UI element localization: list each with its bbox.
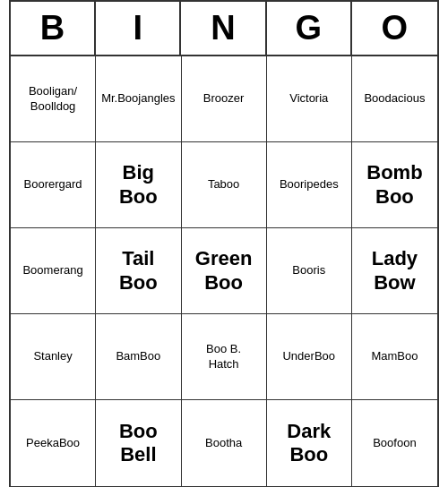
bingo-cell: Stanley bbox=[11, 314, 96, 400]
bingo-cell: PeekaBoo bbox=[11, 400, 96, 486]
cell-label: Boodacious bbox=[364, 91, 425, 107]
bingo-cell: TailBoo bbox=[96, 228, 181, 314]
bingo-cell: Victoria bbox=[267, 56, 352, 142]
cell-label: BigBoo bbox=[119, 161, 158, 209]
cell-label: Booripedes bbox=[280, 177, 339, 192]
cell-label: BooBell bbox=[119, 420, 158, 467]
bingo-cell: DarkBoo bbox=[267, 400, 352, 486]
bingo-cell: Booligan/Boolldog bbox=[11, 56, 96, 142]
bingo-card: BINGO Booligan/BoolldogMr.BoojanglesBroo… bbox=[9, 0, 439, 487]
cell-label: Boofoon bbox=[373, 436, 416, 451]
cell-label: Stanley bbox=[33, 349, 72, 364]
cell-label: BombBoo bbox=[366, 161, 422, 209]
bingo-cell: Boofoon bbox=[352, 400, 437, 486]
cell-label: PeekaBoo bbox=[26, 436, 80, 451]
cell-label: DarkBoo bbox=[287, 420, 331, 467]
bingo-grid: Booligan/BoolldogMr.BoojanglesBroozerVic… bbox=[11, 56, 437, 486]
bingo-cell: Boodacious bbox=[352, 56, 437, 142]
bingo-cell: Boo B.Hatch bbox=[182, 314, 267, 400]
cell-label: LadyBow bbox=[372, 247, 418, 295]
bingo-cell: GreenBoo bbox=[182, 228, 267, 314]
header-letter: I bbox=[96, 2, 181, 55]
bingo-cell: BigBoo bbox=[96, 142, 181, 228]
header-letter: G bbox=[267, 2, 352, 55]
cell-label: TailBoo bbox=[119, 247, 158, 295]
cell-label: UnderBoo bbox=[282, 349, 335, 364]
bingo-cell: BamBoo bbox=[96, 314, 181, 400]
bingo-cell: Broozer bbox=[182, 56, 267, 142]
cell-label: Victoria bbox=[289, 91, 328, 107]
cell-label: Boomerang bbox=[22, 263, 82, 278]
bingo-cell: Boorergard bbox=[11, 142, 96, 228]
bingo-cell: MamBoo bbox=[352, 314, 437, 400]
bingo-cell: LadyBow bbox=[352, 228, 437, 314]
bingo-cell: Booripedes bbox=[267, 142, 352, 228]
cell-label: Booris bbox=[292, 263, 325, 278]
bingo-cell: Booris bbox=[267, 228, 352, 314]
bingo-cell: Taboo bbox=[182, 142, 267, 228]
bingo-header: BINGO bbox=[11, 2, 437, 56]
bingo-cell: BombBoo bbox=[352, 142, 437, 228]
cell-label: Bootha bbox=[205, 436, 242, 451]
cell-label: MamBoo bbox=[371, 349, 418, 364]
cell-label: Mr.Boojangles bbox=[101, 91, 175, 107]
cell-label: BamBoo bbox=[116, 349, 160, 364]
cell-label: Broozer bbox=[203, 91, 245, 107]
cell-label: Boorergard bbox=[24, 177, 82, 192]
cell-label: GreenBoo bbox=[195, 247, 253, 295]
header-letter: N bbox=[181, 2, 266, 55]
bingo-cell: UnderBoo bbox=[267, 314, 352, 400]
bingo-cell: BooBell bbox=[96, 400, 181, 486]
header-letter: B bbox=[11, 2, 96, 55]
cell-label: Booligan/Boolldog bbox=[29, 84, 77, 115]
bingo-cell: Boomerang bbox=[11, 228, 96, 314]
cell-label: Boo B.Hatch bbox=[206, 342, 241, 372]
bingo-cell: Mr.Boojangles bbox=[96, 56, 181, 142]
bingo-cell: Bootha bbox=[182, 400, 267, 486]
cell-label: Taboo bbox=[208, 177, 239, 192]
header-letter: O bbox=[352, 2, 437, 55]
